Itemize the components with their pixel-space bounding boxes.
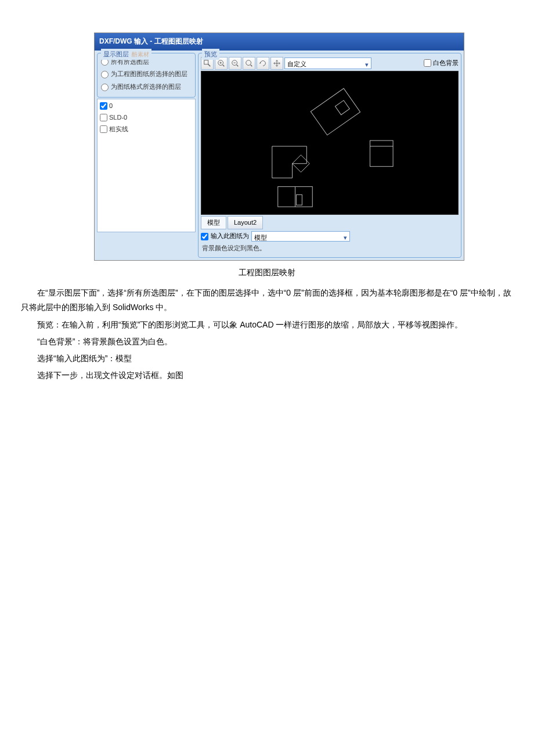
svg-line-1 (208, 64, 211, 66)
preview-title: 预览 (202, 49, 219, 60)
import-type-value: 模型 (254, 234, 267, 241)
dialog-body: 显示图层 酷素材 所有所选图层 为工程图图纸所选择的图层 为图纸格式所选择的图层 (95, 51, 464, 260)
layer-0-label: 0 (109, 100, 113, 112)
svg-rect-0 (204, 60, 208, 64)
radio-format-input[interactable] (101, 84, 109, 91)
zoom-mode-select[interactable]: 自定义 (284, 57, 371, 69)
layer-2-label: 粗实线 (109, 124, 128, 135)
preview-canvas[interactable] (201, 71, 459, 215)
import-checkbox[interactable] (201, 233, 208, 240)
radio-format-layers[interactable]: 为图纸格式所选择的图层 (101, 81, 192, 93)
watermark-text: 酷素材 (132, 51, 149, 57)
import-type-select[interactable]: 模型 (251, 231, 350, 242)
layer-0-checkbox[interactable] (100, 102, 107, 110)
layer-1-label: SLD-0 (109, 112, 127, 124)
layer-list[interactable]: 0 SLD-0 粗实线 (97, 99, 196, 232)
show-layers-group: 显示图层 酷素材 所有所选图层 为工程图图纸所选择的图层 为图纸格式所选择的图层 (97, 53, 196, 98)
bg-note: 背景颜色设定到黑色。 (201, 242, 459, 255)
tab-model[interactable]: 模型 (201, 216, 226, 230)
preview-group: 预览 (198, 53, 461, 258)
import-label: 输入此图纸为 (211, 231, 249, 242)
svg-rect-15 (370, 141, 393, 167)
layer-row-1[interactable]: SLD-0 (100, 112, 193, 124)
svg-rect-13 (311, 88, 360, 135)
white-bg-checkbox-row[interactable]: 白色背景 (424, 57, 459, 69)
cad-drawing (201, 71, 458, 214)
figure-caption: 工程图图层映射 (0, 265, 534, 280)
zoom-mode-value: 自定义 (287, 60, 306, 67)
import-row: 输入此图纸为 模型 (201, 231, 459, 242)
dialog-window: DXF/DWG 输入 - 工程图图层映射 显示图层 酷素材 所有所选图层 为工程… (94, 33, 464, 261)
para-4: 选择“输入此图纸为”：模型 (21, 351, 513, 366)
white-bg-checkbox[interactable] (424, 59, 431, 67)
para-5: 选择下一步，出现文件设定对话框。如图 (21, 368, 513, 383)
right-panel: 预览 (198, 53, 461, 258)
pan-icon[interactable] (270, 57, 283, 70)
para-2: 预览：在输入前，利用“预览”下的图形浏览工具，可以象 AutoCAD 一样进行图… (21, 318, 513, 332)
radio-drawing-input[interactable] (101, 71, 109, 78)
para-1: 在“显示图层下面”，选择“所有所选图层”，在下面的图层选择中，选中“0 层”前面… (21, 286, 513, 315)
layer-row-2[interactable]: 粗实线 (100, 124, 193, 135)
white-bg-label: 白色背景 (433, 57, 459, 69)
preview-tabs: 模型 Layout2 (201, 216, 459, 230)
svg-line-10 (251, 64, 252, 66)
layer-2-checkbox[interactable] (100, 125, 107, 133)
dialog-titlebar: DXF/DWG 输入 - 工程图图层映射 (95, 33, 464, 51)
radio-format-label: 为图纸格式所选择的图层 (111, 81, 181, 93)
svg-rect-14 (335, 100, 349, 114)
layer-row-0[interactable]: 0 (100, 100, 193, 112)
tab-layout2[interactable]: Layout2 (228, 216, 263, 230)
zoom-fit-icon[interactable] (243, 57, 255, 70)
para-3: “白色背景”：将背景颜色设置为白色。 (21, 334, 513, 349)
preview-toolbar: 自定义 白色背景 (201, 57, 459, 70)
zoom-rotate-icon[interactable] (257, 57, 269, 70)
left-panel: 显示图层 酷素材 所有所选图层 为工程图图纸所选择的图层 为图纸格式所选择的图层 (97, 53, 196, 258)
svg-line-7 (237, 64, 239, 66)
svg-line-3 (223, 64, 225, 66)
svg-rect-19 (296, 195, 302, 205)
svg-point-9 (246, 60, 251, 65)
radio-drawing-label: 为工程图图纸所选择的图层 (111, 69, 187, 80)
radio-drawing-layers[interactable]: 为工程图图纸所选择的图层 (101, 68, 192, 81)
layer-1-checkbox[interactable] (100, 114, 107, 121)
zoom-out-icon[interactable] (229, 57, 241, 70)
show-layers-title: 显示图层 酷素材 (101, 49, 151, 60)
dialog-title: DXF/DWG 输入 - 工程图图层映射 (99, 37, 203, 45)
